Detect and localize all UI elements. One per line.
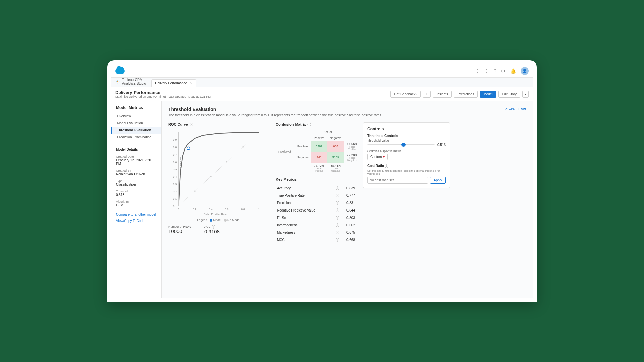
info-icon[interactable]: i xyxy=(336,194,339,197)
detail-label: Created By xyxy=(111,167,161,172)
table-row: Markednessi0.675 xyxy=(276,229,356,236)
help-icon[interactable]: ? xyxy=(494,68,496,74)
compare-model-link[interactable]: Compare to another model xyxy=(111,211,161,218)
cost-ratio-input[interactable] xyxy=(367,177,428,184)
km-title: Key Metrics xyxy=(276,177,356,181)
chart-legend: Legend Model No Model xyxy=(168,218,269,222)
main-title: Threshold Evaluation xyxy=(168,107,216,112)
tabs-row: Tableau CRM Analytics Studio Delivery Pe… xyxy=(111,78,533,87)
edit-story-button[interactable]: Edit Story xyxy=(498,90,520,98)
optimize-select[interactable]: Custom ▾ xyxy=(367,154,388,160)
svg-point-2 xyxy=(119,81,119,82)
model-details-title: Model Details xyxy=(111,148,161,153)
confusion-matrix: Actual PositiveNegative PredictedPositiv… xyxy=(276,129,360,173)
page-subtitle: Maximize Delivered on time (OnTime) · La… xyxy=(115,95,211,98)
svg-point-4 xyxy=(117,83,118,83)
sidebar-item-model-evaluation[interactable]: Model Evaluation xyxy=(111,120,161,127)
table-row: True Positive Ratei0.777 xyxy=(276,192,356,199)
app-indicator: Tableau CRM Analytics Studio xyxy=(111,77,150,87)
sidebar-title: Model Metrics xyxy=(111,105,161,113)
threshold-slider[interactable] xyxy=(367,144,435,145)
sidebar-item-overview[interactable]: Overview xyxy=(111,113,161,120)
auc-value: 0.9108 xyxy=(204,229,220,234)
salesforce-logo xyxy=(115,68,125,74)
feedback-button[interactable]: Got Feedback? xyxy=(390,90,421,98)
avatar[interactable]: 👤 xyxy=(521,67,529,75)
tab-delivery-performance[interactable]: Delivery Performance ✕ xyxy=(151,79,196,87)
bell-icon[interactable]: 🔔 xyxy=(510,68,516,74)
apps-icon[interactable]: ⋮⋮⋮ xyxy=(475,68,489,74)
detail-label: Algorithm xyxy=(111,198,161,203)
key-metrics-table: Accuracyi0.839 True Positive Ratei0.777 … xyxy=(276,184,356,244)
model-button[interactable]: Model xyxy=(480,90,496,98)
external-link-icon: ↗ xyxy=(505,107,508,110)
pause-button[interactable]: ⏸ xyxy=(423,90,431,98)
chevron-down-icon: ▾ xyxy=(383,155,385,159)
cost-ratio-title: Cost Ratio xyxy=(367,164,384,168)
sidebar-item-prediction-examination[interactable]: Prediction Examination xyxy=(111,134,161,141)
info-icon[interactable]: i xyxy=(385,164,388,168)
close-icon[interactable]: ✕ xyxy=(190,81,193,85)
learn-more-link[interactable]: ↗ Learn more xyxy=(505,107,526,110)
info-icon[interactable]: i xyxy=(212,225,215,229)
predictions-button[interactable]: Predictions xyxy=(454,90,478,98)
apply-button[interactable]: Apply xyxy=(430,177,446,184)
auc-label: AUC xyxy=(204,225,211,228)
top-bar: ⋮⋮⋮ ? ⚙ 🔔 👤 xyxy=(111,64,533,78)
detail-label: Created Date xyxy=(111,153,161,158)
more-menu-button[interactable]: ▾ xyxy=(522,90,529,98)
cost-ratio-desc: Set this and Einstein can help select th… xyxy=(367,169,446,175)
detail-label: Threshold xyxy=(111,188,161,193)
svg-point-10 xyxy=(187,147,190,150)
app-name-line2: Analytics Studio xyxy=(122,82,146,85)
rows-value: 10000 xyxy=(168,228,191,234)
info-icon[interactable]: i xyxy=(336,208,339,212)
info-icon[interactable]: i xyxy=(336,216,339,220)
tab-label: Delivery Performance xyxy=(155,81,187,85)
sidebar: Model Metrics Overview Model Evaluation … xyxy=(111,101,162,298)
sidebar-item-threshold-evaluation[interactable]: Threshold Evaluation xyxy=(111,127,161,134)
main-content: Threshold Evaluation ↗ Learn more The th… xyxy=(162,101,533,298)
gear-icon[interactable]: ⚙ xyxy=(501,68,505,74)
detail-value: Reinier van Leuken xyxy=(111,172,161,177)
cm-title: Confusion Matrix xyxy=(276,122,306,126)
controls-title: Controls xyxy=(367,127,446,131)
table-row: F1 Scorei0.803 xyxy=(276,214,356,221)
page-header: Delivery Performance Maximize Delivered … xyxy=(111,87,533,101)
page-title: Delivery Performance xyxy=(115,90,211,95)
roc-title: ROC Curve xyxy=(168,122,188,126)
controls-panel: Controls Threshold Controls Threshold Va… xyxy=(363,122,450,188)
table-row: Accuracyi0.839 xyxy=(276,185,356,191)
tableau-crm-icon xyxy=(115,79,120,84)
table-row: Precisioni0.831 xyxy=(276,199,356,206)
slider-thumb[interactable] xyxy=(401,143,406,147)
x-axis-label: False Positive Rate xyxy=(204,213,227,216)
insights-button[interactable]: Insights xyxy=(433,90,451,98)
detail-value: 0.513 xyxy=(111,193,161,198)
threshold-value-label: Threshold Value xyxy=(367,139,446,142)
view-r-code-link[interactable]: View/Copy R Code xyxy=(111,218,161,224)
roc-chart: True Positive Rate False Positive Rate 1… xyxy=(168,129,262,216)
detail-value: GLM xyxy=(111,203,161,208)
table-row: Informednessi0.662 xyxy=(276,222,356,228)
info-icon[interactable]: i xyxy=(307,123,311,126)
svg-point-1 xyxy=(116,81,117,82)
optimize-label: Optimize a specific metric xyxy=(367,149,446,153)
svg-point-3 xyxy=(117,80,118,81)
table-row: Negative Predictive Valuei0.844 xyxy=(276,207,356,214)
info-icon[interactable]: i xyxy=(336,231,339,234)
info-icon[interactable]: i xyxy=(336,186,339,190)
detail-value: February 12, 2021 2:20 PM xyxy=(111,158,161,167)
rows-label: Number of Rows xyxy=(168,225,191,228)
detail-label: Type xyxy=(111,177,161,183)
main-description: The threshold in a classification model … xyxy=(168,113,526,117)
threshold-value: 0.513 xyxy=(437,143,446,147)
svg-point-0 xyxy=(117,81,118,82)
info-icon[interactable]: i xyxy=(336,201,339,205)
app-name-line1: Tableau CRM xyxy=(122,78,146,82)
detail-value: Classification xyxy=(111,183,161,188)
info-icon[interactable]: i xyxy=(336,223,339,227)
info-icon[interactable]: i xyxy=(190,123,193,126)
info-icon[interactable]: i xyxy=(336,238,339,242)
threshold-controls-title: Threshold Controls xyxy=(367,134,446,138)
